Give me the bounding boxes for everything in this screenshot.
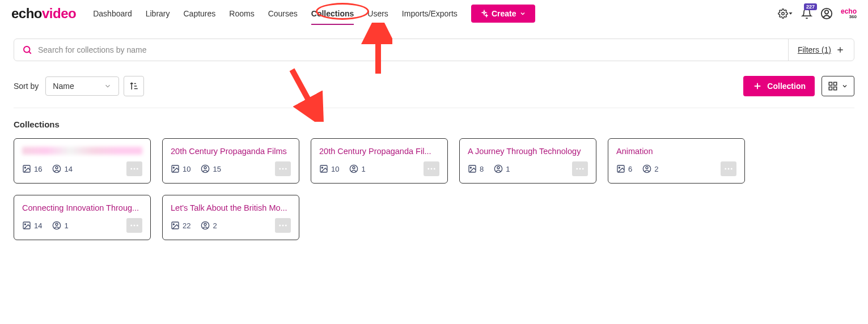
nav-rooms[interactable]: Rooms bbox=[229, 2, 254, 25]
svg-point-60 bbox=[173, 224, 174, 225]
nav-library[interactable]: Library bbox=[146, 2, 170, 25]
card-more-button[interactable] bbox=[721, 161, 736, 176]
svg-point-34 bbox=[353, 167, 355, 169]
card-title: Animation bbox=[616, 147, 736, 156]
svg-rect-13 bbox=[829, 82, 832, 85]
svg-point-3 bbox=[825, 10, 828, 14]
svg-point-27 bbox=[204, 167, 206, 169]
svg-point-62 bbox=[204, 223, 206, 225]
logo[interactable]: echovideo bbox=[11, 6, 76, 22]
main-nav: Dashboard Library Captures Rooms Courses… bbox=[93, 2, 458, 25]
search-bar: Filters (1) bbox=[14, 39, 854, 61]
chevron-down-icon bbox=[104, 82, 112, 90]
sort-direction-button[interactable] bbox=[124, 76, 144, 96]
nav-courses[interactable]: Courses bbox=[268, 2, 298, 25]
nav-collections[interactable]: Collections bbox=[311, 2, 354, 25]
card-stats: 14 1 bbox=[22, 218, 142, 233]
user-count: 15 bbox=[201, 164, 221, 173]
collection-card[interactable]: 20th Century Propaganda Films 10 15 bbox=[162, 138, 299, 184]
users-icon bbox=[349, 164, 358, 173]
sort-select[interactable]: Name bbox=[45, 76, 119, 96]
plus-icon bbox=[752, 81, 763, 91]
more-icon bbox=[129, 164, 139, 174]
svg-point-64 bbox=[282, 225, 284, 227]
media-icon bbox=[22, 164, 31, 173]
account-button[interactable] bbox=[820, 7, 833, 20]
svg-point-32 bbox=[321, 167, 323, 168]
card-more-button[interactable] bbox=[275, 161, 291, 176]
card-title: Connecting Innovation Throug... bbox=[22, 203, 142, 212]
svg-point-65 bbox=[285, 225, 287, 227]
notifications-button[interactable]: 227 bbox=[801, 8, 812, 19]
media-count: 10 bbox=[319, 164, 339, 173]
media-icon bbox=[616, 164, 625, 173]
card-more-button[interactable] bbox=[126, 161, 142, 176]
media-count: 6 bbox=[616, 164, 632, 173]
media-count: 8 bbox=[468, 164, 484, 173]
card-more-button[interactable] bbox=[275, 218, 291, 233]
user-count: 14 bbox=[52, 164, 72, 173]
svg-point-22 bbox=[134, 168, 136, 170]
svg-point-41 bbox=[497, 167, 499, 169]
svg-point-48 bbox=[646, 167, 648, 169]
sort-label: Sort by bbox=[14, 82, 39, 91]
media-icon bbox=[468, 164, 477, 173]
grid-icon bbox=[828, 81, 838, 91]
caret-down-icon bbox=[788, 11, 793, 16]
chevron-down-icon bbox=[519, 10, 526, 17]
add-collection-button[interactable]: Collection bbox=[743, 76, 815, 96]
section-title: Collections bbox=[14, 120, 854, 129]
svg-rect-14 bbox=[834, 82, 837, 85]
svg-point-49 bbox=[725, 168, 726, 170]
search-input[interactable] bbox=[38, 45, 780, 54]
header: echovideo Dashboard Library Captures Roo… bbox=[0, 0, 868, 27]
sparkle-icon bbox=[480, 10, 488, 18]
more-icon bbox=[129, 220, 139, 231]
svg-point-20 bbox=[56, 167, 58, 169]
card-more-button[interactable] bbox=[126, 218, 142, 233]
media-count: 22 bbox=[171, 221, 190, 230]
collection-card[interactable]: Animation 6 2 bbox=[608, 138, 745, 184]
collection-card[interactable]: Connecting Innovation Throug... 14 1 bbox=[14, 195, 151, 240]
create-button[interactable]: Create bbox=[471, 5, 536, 23]
toolbar: Filters (1) Sort by Name Collection bbox=[0, 27, 868, 108]
notification-badge: 227 bbox=[804, 3, 817, 10]
card-stats: 16 14 bbox=[22, 161, 142, 176]
sub-logo[interactable]: echo 360 bbox=[841, 8, 857, 19]
collection-card[interactable]: Let's Talk About the British Mo... 22 2 bbox=[162, 195, 299, 240]
nav-captures[interactable]: Captures bbox=[184, 2, 216, 25]
add-collection-label: Collection bbox=[767, 82, 806, 91]
svg-point-46 bbox=[619, 167, 620, 168]
nav-dashboard[interactable]: Dashboard bbox=[93, 2, 132, 25]
media-icon bbox=[171, 164, 180, 173]
svg-rect-16 bbox=[834, 87, 837, 90]
collection-card[interactable]: A Journey Through Technology 8 1 bbox=[459, 138, 596, 184]
card-stats: 10 15 bbox=[171, 161, 291, 176]
settings-button[interactable] bbox=[778, 8, 793, 19]
svg-point-44 bbox=[582, 168, 584, 170]
user-count: 1 bbox=[349, 164, 365, 173]
card-more-button[interactable] bbox=[424, 161, 439, 176]
users-icon bbox=[201, 221, 210, 230]
nav-users[interactable]: Users bbox=[367, 2, 388, 25]
logo-part2: video bbox=[42, 6, 76, 21]
collection-card[interactable]: 20th Century Propaganda Fil... 10 1 bbox=[311, 138, 448, 184]
svg-point-37 bbox=[434, 168, 435, 170]
svg-point-56 bbox=[130, 225, 132, 227]
user-count: 2 bbox=[201, 221, 217, 230]
svg-point-63 bbox=[279, 225, 281, 227]
media-icon bbox=[22, 221, 31, 230]
collection-card[interactable]: 16 14 bbox=[14, 138, 151, 184]
card-more-button[interactable] bbox=[572, 161, 588, 176]
svg-point-18 bbox=[24, 167, 26, 168]
svg-point-21 bbox=[130, 168, 132, 170]
search-icon bbox=[22, 45, 32, 55]
filters-button[interactable]: Filters (1) bbox=[788, 39, 854, 61]
view-toggle-button[interactable] bbox=[822, 76, 854, 96]
nav-imports-exports[interactable]: Imports/Exports bbox=[402, 2, 458, 25]
svg-point-51 bbox=[731, 168, 732, 170]
svg-point-50 bbox=[728, 168, 730, 170]
svg-point-28 bbox=[279, 168, 281, 170]
svg-point-23 bbox=[137, 168, 138, 170]
users-icon bbox=[494, 164, 503, 173]
